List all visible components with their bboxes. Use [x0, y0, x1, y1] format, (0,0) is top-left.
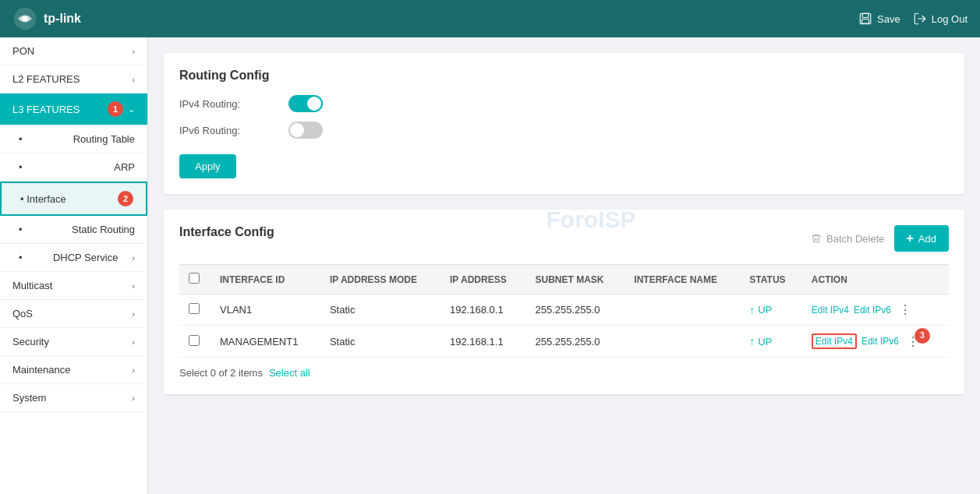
batch-delete-button[interactable]: Batch Delete — [811, 233, 884, 245]
sidebar-item-multicast-label: Multicast — [12, 280, 52, 291]
row2-ip-mode: Static — [320, 326, 440, 358]
sidebar-item-system-label: System — [12, 392, 46, 404]
table-row: MANAGEMENT1 Static 192.168.1.1 255.255.2… — [179, 326, 949, 358]
logout-label: Log Out — [932, 13, 968, 25]
sidebar-item-static-routing[interactable]: • Static Routing — [0, 216, 147, 244]
th-interface-name: INTERFACE NAME — [624, 265, 740, 295]
svg-rect-4 — [862, 19, 869, 23]
up-arrow-icon: ↑ — [749, 304, 755, 316]
row1-interface-id: VLAN1 — [211, 295, 320, 326]
header: tp-link Save Log Out — [0, 0, 980, 37]
ipv4-toggle-slider — [288, 95, 323, 112]
status-up-indicator: ↑ UP — [749, 304, 793, 316]
chevron-down-icon: ⌄ — [128, 104, 135, 115]
chevron-right-icon: › — [132, 75, 135, 84]
sidebar-item-maintenance[interactable]: Maintenance › — [0, 356, 147, 384]
status-label: UP — [758, 304, 772, 316]
sidebar-item-l3features[interactable]: L3 FEATURES 1 ⌄ — [0, 94, 147, 125]
save-icon — [858, 12, 872, 26]
sidebar-item-qos[interactable]: QoS › — [0, 300, 147, 328]
sidebar-item-pon[interactable]: PON › — [0, 37, 147, 65]
save-button[interactable]: Save — [858, 12, 900, 26]
content-area: ForoISP Routing Config IPv4 Routing: IPv… — [148, 37, 980, 494]
main-layout: PON › L2 FEATURES › L3 FEATURES 1 ⌄ • Ro… — [0, 37, 980, 494]
interface-label-row: • Interface — [20, 193, 66, 205]
ipv6-routing-row: IPv6 Routing: — [179, 122, 949, 139]
add-label: Add — [918, 233, 936, 245]
sidebar-item-security[interactable]: Security › — [0, 328, 147, 356]
sidebar-item-system[interactable]: System › — [0, 384, 147, 412]
batch-delete-label: Batch Delete — [826, 233, 884, 245]
row2-action-links: Edit IPv4 Edit IPv6 ⋮ 3 — [812, 333, 939, 349]
row1-checkbox[interactable] — [189, 303, 200, 314]
row2-status: ↑ UP — [740, 326, 802, 358]
chevron-right-icon: › — [132, 47, 135, 56]
ipv6-routing-toggle[interactable] — [288, 122, 323, 139]
row1-more-button[interactable]: ⋮ — [896, 302, 915, 317]
th-action: ACTION — [802, 265, 949, 295]
sidebar-item-pon-label: PON — [12, 45, 34, 57]
row1-interface-name — [624, 295, 740, 326]
sidebar-item-qos-label: QoS — [12, 308, 33, 319]
row2-interface-name — [624, 326, 740, 358]
sidebar-item-dhcp-label: DHCP Service — [53, 252, 119, 263]
interface-row: • Interface 2 — [20, 191, 133, 206]
row2-edit-ipv6-link[interactable]: Edit IPv6 — [861, 336, 899, 347]
ipv6-toggle-slider — [288, 122, 323, 139]
status-label: UP — [758, 336, 772, 348]
logo-text: tp-link — [44, 12, 81, 26]
bullet: • — [19, 161, 23, 173]
logout-button[interactable]: Log Out — [913, 12, 968, 26]
up-arrow-icon: ↑ — [749, 335, 755, 348]
ipv4-routing-toggle[interactable] — [288, 95, 323, 112]
row1-edit-ipv4-link[interactable]: Edit IPv4 — [812, 305, 849, 316]
row1-status: ↑ UP — [740, 295, 802, 326]
apply-button[interactable]: Apply — [179, 154, 236, 178]
sidebar-item-maintenance-label: Maintenance — [12, 364, 70, 376]
bullet: • — [19, 224, 23, 235]
save-label: Save — [877, 13, 900, 25]
row2-subnet-mask: 255.255.255.0 — [525, 326, 624, 358]
row2-edit-ipv4-link[interactable]: Edit IPv4 — [812, 333, 857, 349]
table-footer: Select 0 of 2 items Select all — [179, 367, 949, 379]
sidebar-item-routing-table[interactable]: • Routing Table — [0, 125, 147, 153]
l3-badge: 1 — [108, 101, 123, 117]
row2-checkbox-cell — [179, 326, 211, 358]
sidebar-item-routing-table-label: Routing Table — [73, 133, 135, 145]
row1-action: Edit IPv4 Edit IPv6 ⋮ — [802, 295, 949, 326]
sidebar-item-l2features[interactable]: L2 FEATURES › — [0, 65, 147, 94]
bullet: • — [19, 133, 23, 145]
svg-rect-3 — [862, 13, 869, 17]
add-button[interactable]: + Add — [894, 225, 949, 252]
th-ip-address: IP ADDRESS — [440, 265, 526, 295]
chevron-right-icon: › — [132, 337, 135, 347]
sidebar-item-static-routing-label: Static Routing — [72, 224, 135, 235]
interface-config-title: Interface Config — [179, 225, 274, 239]
th-status: STATUS — [740, 265, 802, 295]
trash-icon — [811, 233, 822, 244]
row2-checkbox[interactable] — [189, 335, 200, 346]
chevron-right-icon: › — [132, 365, 135, 375]
select-all-link[interactable]: Select all — [269, 367, 310, 379]
sidebar-item-multicast[interactable]: Multicast › — [0, 272, 147, 300]
row1-ip-mode: Static — [320, 295, 440, 326]
row1-edit-ipv6-link[interactable]: Edit IPv6 — [854, 305, 891, 316]
select-all-checkbox[interactable] — [189, 273, 200, 284]
sidebar-item-interface[interactable]: • Interface 2 — [0, 182, 147, 216]
row2-action: Edit IPv4 Edit IPv6 ⋮ 3 — [802, 326, 949, 358]
l3-row: L3 FEATURES 1 ⌄ — [12, 101, 135, 117]
sidebar-item-dhcp-service[interactable]: • DHCP Service › — [0, 244, 147, 272]
select-count-text: Select 0 of 2 items — [179, 367, 263, 379]
interface-badge: 2 — [118, 191, 133, 206]
chevron-right-icon: › — [132, 309, 135, 319]
row1-ip-address: 192.168.0.1 — [440, 295, 526, 326]
sidebar-item-security-label: Security — [12, 336, 49, 348]
row2-interface-id: MANAGEMENT1 — [211, 326, 320, 358]
chevron-right-icon: › — [132, 393, 135, 403]
svg-point-1 — [22, 16, 27, 21]
config-actions: Batch Delete + Add — [811, 225, 949, 252]
sidebar-item-l2features-label: L2 FEATURES — [12, 73, 80, 85]
ipv6-routing-label: IPv6 Routing: — [179, 125, 288, 136]
sidebar-item-arp[interactable]: • ARP — [0, 153, 147, 182]
row1-checkbox-cell — [179, 295, 211, 326]
